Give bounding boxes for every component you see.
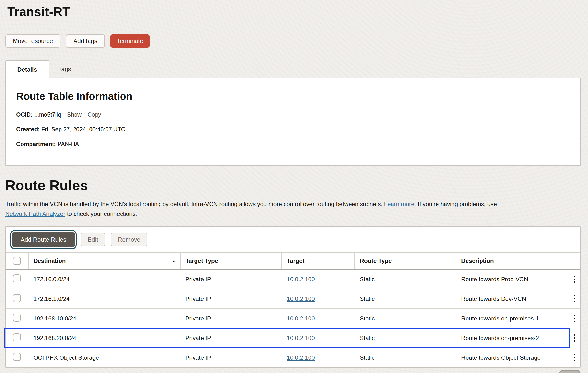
add-route-rules-button[interactable]: Add Route Rules bbox=[12, 232, 75, 247]
move-resource-button[interactable]: Move resource bbox=[5, 34, 60, 48]
target-type-cell: Private IP bbox=[180, 315, 282, 322]
target-type-cell: Private IP bbox=[180, 276, 282, 283]
route-rules-heading: Route Rules bbox=[5, 177, 581, 193]
column-header-actions-spacer bbox=[569, 253, 580, 269]
learn-more-link[interactable]: Learn more. bbox=[384, 201, 416, 207]
description-cell: Route towards Dev-VCN bbox=[456, 296, 569, 302]
table-row: 192.168.10.0/24Private IP10.0.2.100Stati… bbox=[6, 309, 580, 329]
row-checkbox[interactable] bbox=[13, 294, 21, 302]
row-checkbox-cell bbox=[6, 314, 29, 323]
tab-details[interactable]: Details bbox=[5, 60, 49, 78]
route-type-cell: Static bbox=[355, 296, 456, 302]
tab-tags[interactable]: Tags bbox=[49, 60, 80, 78]
table-header-row: Destination ▲ Target Type Target Route T… bbox=[6, 252, 580, 270]
ocid-line: OCID: ...mo5t7ilq Show Copy bbox=[16, 110, 571, 119]
row-checkbox-cell bbox=[6, 333, 29, 343]
route-type-cell: Static bbox=[355, 354, 456, 361]
destination-header-label: Destination bbox=[33, 257, 66, 264]
route-type-cell: Static bbox=[355, 276, 456, 283]
row-actions-menu-icon[interactable] bbox=[569, 348, 580, 367]
column-header-route-type[interactable]: Route Type bbox=[355, 253, 456, 269]
add-tags-button[interactable]: Add tags bbox=[66, 34, 105, 48]
network-path-analyzer-link[interactable]: Network Path Analyzer bbox=[5, 210, 65, 217]
destination-cell: 172.16.0.0/24 bbox=[29, 276, 180, 283]
table-row: OCI PHX Object StoragePrivate IP10.0.2.1… bbox=[6, 348, 580, 367]
column-header-target-type[interactable]: Target Type bbox=[180, 253, 282, 269]
remove-button[interactable]: Remove bbox=[111, 233, 147, 246]
column-header-description[interactable]: Description bbox=[456, 253, 569, 269]
target-type-cell: Private IP bbox=[180, 354, 282, 361]
target-link[interactable]: 10.0.2.100 bbox=[287, 276, 315, 282]
compartment-label: Compartment: bbox=[16, 141, 56, 147]
row-checkbox[interactable] bbox=[13, 274, 21, 282]
sort-ascending-icon[interactable]: ▲ bbox=[172, 259, 176, 263]
table-row: 192.168.20.0/24Private IP10.0.2.100Stati… bbox=[6, 329, 580, 348]
route-type-cell: Static bbox=[355, 335, 456, 341]
route-type-cell: Static bbox=[355, 315, 456, 322]
created-line: Created: Fri, Sep 27, 2024, 00:46:07 UTC bbox=[16, 125, 571, 133]
floating-widget-partial[interactable] bbox=[558, 370, 581, 373]
target-link[interactable]: 10.0.2.100 bbox=[287, 296, 315, 302]
row-actions-menu-icon[interactable] bbox=[569, 270, 580, 289]
row-checkbox[interactable] bbox=[13, 333, 21, 341]
route-rules-table-card: Add Route Rules Edit Remove Destination … bbox=[5, 226, 581, 368]
row-checkbox-cell bbox=[6, 294, 29, 304]
ocid-label: OCID: bbox=[16, 111, 33, 118]
destination-cell: 192.168.20.0/24 bbox=[29, 335, 180, 341]
select-all-cell bbox=[6, 253, 29, 269]
route-table-information-panel: Route Table Information OCID: ...mo5t7il… bbox=[5, 78, 581, 166]
table-row: 172.16.0.0/24Private IP10.0.2.100StaticR… bbox=[6, 270, 580, 289]
compartment-value: PAN-HA bbox=[58, 141, 79, 147]
row-checkbox-cell bbox=[6, 274, 29, 284]
target-link[interactable]: 10.0.2.100 bbox=[287, 335, 315, 341]
page-title: Transit-RT bbox=[7, 4, 581, 19]
target-link[interactable]: 10.0.2.100 bbox=[287, 354, 315, 361]
created-label: Created: bbox=[16, 126, 40, 132]
row-actions-menu-icon[interactable] bbox=[569, 329, 580, 348]
column-header-target[interactable]: Target bbox=[282, 253, 355, 269]
destination-cell: 172.16.1.0/24 bbox=[29, 296, 180, 302]
target-type-cell: Private IP bbox=[180, 335, 282, 341]
edit-button[interactable]: Edit bbox=[81, 233, 105, 246]
row-actions-menu-icon[interactable] bbox=[569, 309, 580, 328]
resource-actions: Move resource Add tags Terminate bbox=[5, 34, 581, 48]
description-text-3: to check your connections. bbox=[65, 210, 137, 217]
created-value: Fri, Sep 27, 2024, 00:46:07 UTC bbox=[41, 126, 125, 132]
destination-cell: 192.168.10.0/24 bbox=[29, 315, 180, 322]
row-checkbox-cell bbox=[6, 353, 29, 362]
table-row: 172.16.1.0/24Private IP10.0.2.100StaticR… bbox=[6, 289, 580, 309]
ocid-value: ...mo5t7ilq bbox=[34, 111, 61, 118]
row-checkbox[interactable] bbox=[13, 314, 21, 322]
target-type-cell: Private IP bbox=[180, 296, 282, 302]
tab-bar: Details Tags bbox=[5, 60, 581, 78]
ocid-show-link[interactable]: Show bbox=[67, 111, 82, 118]
description-cell: Route towards on-premises-1 bbox=[456, 315, 569, 322]
page: Transit-RT Move resource Add tags Termin… bbox=[0, 0, 588, 368]
column-header-destination[interactable]: Destination ▲ bbox=[29, 253, 180, 269]
description-cell: Route towards on-premises-2 bbox=[456, 335, 569, 341]
description-text-1: Traffic within the VCN is handled by the… bbox=[5, 201, 384, 207]
description-cell: Route towards Object Storage bbox=[456, 354, 569, 361]
route-rules-tbody: 172.16.0.0/24Private IP10.0.2.100StaticR… bbox=[6, 270, 580, 367]
route-rules-description: Traffic within the VCN is handled by the… bbox=[5, 199, 581, 219]
select-all-checkbox[interactable] bbox=[13, 257, 21, 265]
compartment-line: Compartment: PAN-HA bbox=[16, 140, 571, 148]
destination-cell: OCI PHX Object Storage bbox=[29, 354, 180, 361]
ocid-copy-link[interactable]: Copy bbox=[88, 111, 101, 118]
description-text-2: If you’re having problems, use bbox=[416, 201, 497, 207]
description-cell: Route towards Prod-VCN bbox=[456, 276, 569, 283]
row-actions-menu-icon[interactable] bbox=[569, 289, 580, 308]
route-rules-toolbar: Add Route Rules Edit Remove bbox=[6, 227, 580, 252]
panel-heading: Route Table Information bbox=[16, 91, 571, 102]
terminate-button[interactable]: Terminate bbox=[110, 34, 149, 48]
row-checkbox[interactable] bbox=[13, 353, 21, 361]
target-link[interactable]: 10.0.2.100 bbox=[287, 315, 315, 322]
